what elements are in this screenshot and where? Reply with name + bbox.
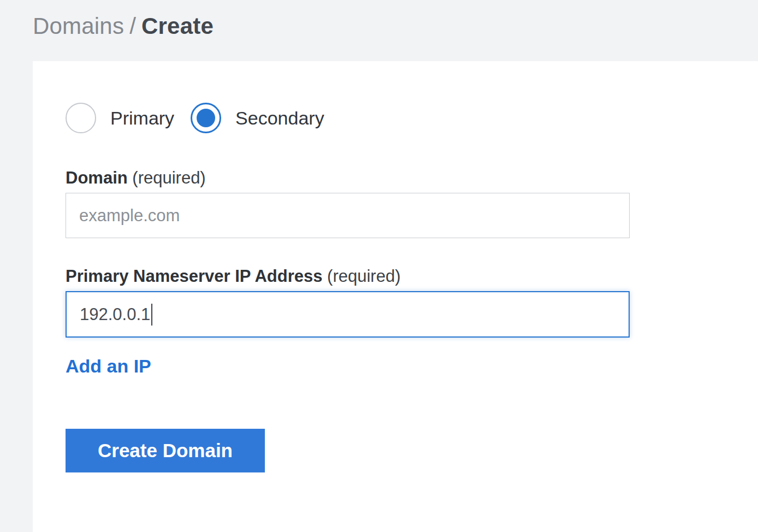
radio-secondary-circle[interactable] (191, 103, 221, 133)
nameserver-ip-field-label: Primary Nameserver IP Address (required) (66, 267, 758, 286)
breadcrumb: Domains/Create (33, 13, 214, 39)
nameserver-ip-input[interactable]: 192.0.0.1 (66, 291, 630, 338)
domain-input[interactable] (66, 193, 630, 238)
nameserver-ip-value: 192.0.0.1 (80, 305, 150, 324)
text-cursor (151, 304, 152, 326)
create-domain-button[interactable]: Create Domain (66, 429, 265, 472)
domain-field-label: Domain (required) (66, 168, 758, 188)
radio-option-secondary[interactable]: Secondary (191, 103, 324, 133)
create-domain-form: Primary Secondary Domain (required) Prim… (33, 61, 758, 472)
radio-secondary-label[interactable]: Secondary (235, 108, 324, 129)
nameserver-ip-label-required: (required) (327, 267, 400, 286)
breadcrumb-current-page: Create (141, 13, 214, 39)
breadcrumb-domains-link[interactable]: Domains (33, 13, 124, 39)
nameserver-ip-label-text: Primary Nameserver IP Address (66, 267, 322, 286)
radio-primary-circle[interactable] (66, 103, 96, 133)
domain-label-text: Domain (66, 168, 128, 187)
add-an-ip-link[interactable]: Add an IP (66, 356, 151, 377)
domain-type-radio-group: Primary Secondary (66, 103, 758, 133)
breadcrumb-separator: / (124, 13, 141, 39)
domain-label-required: (required) (132, 168, 205, 187)
radio-selected-dot-icon (197, 109, 215, 127)
create-domain-panel: Primary Secondary Domain (required) Prim… (33, 61, 758, 532)
radio-primary-label[interactable]: Primary (110, 108, 174, 129)
radio-option-primary[interactable]: Primary (66, 103, 174, 133)
